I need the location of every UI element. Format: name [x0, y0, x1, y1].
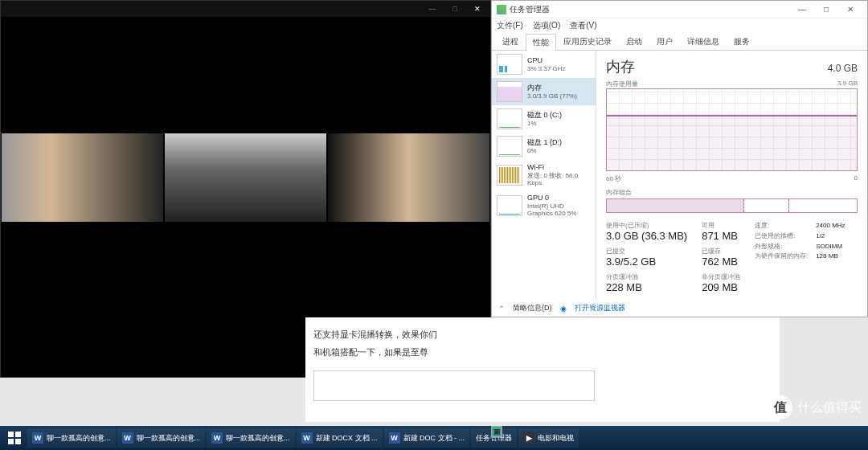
chart-max-label: 3.9 GB: [837, 80, 858, 88]
tm-icon: ▣: [491, 428, 502, 437]
tm-titlebar: 任务管理器 — □ ✕: [492, 1, 867, 18]
word-icon: W: [122, 432, 133, 444]
stat-label: 已使用的插槽:: [755, 231, 809, 242]
svg-rect-2: [8, 439, 14, 444]
video-frame: [328, 133, 489, 222]
stat-value: 3.0 GB (36.3 MB): [606, 230, 687, 242]
svg-rect-1: [15, 432, 21, 437]
doc-text-line: 和机箱搭配一下，如果是至尊: [313, 343, 595, 361]
stat-label: 可用: [702, 221, 740, 230]
stat-label: 已缓存: [702, 247, 740, 256]
tm-sidebar: CPU3% 3.37 GHz内存3.0/3.9 GB (77%)磁盘 0 (C:…: [492, 51, 596, 300]
task-label: 聊一款孤高的创意...: [226, 433, 290, 444]
video-content[interactable]: [1, 133, 490, 222]
menu-options[interactable]: 选项(O): [533, 20, 560, 31]
video-frame: [165, 133, 326, 222]
tm-close-button[interactable]: ✕: [838, 2, 862, 17]
svg-rect-0: [8, 432, 14, 437]
sidebar-item-disk[interactable]: 磁盘 0 (C:)1%: [492, 105, 596, 133]
taskbar-task[interactable]: ▶电影和电视: [518, 428, 579, 448]
task-label: 新建 DOCX 文档 ...: [316, 433, 378, 444]
taskbar-task[interactable]: ▣任务管理器: [471, 428, 517, 448]
collapse-icon[interactable]: ⌃: [498, 305, 505, 313]
memory-compo-label: 内存组合: [606, 188, 858, 197]
taskbar-task[interactable]: W新建 DOCX 文档 ...: [297, 428, 383, 448]
memory-usage-chart[interactable]: [606, 88, 858, 171]
mem-spark-icon: [497, 81, 522, 102]
gpu-spark-icon: [497, 195, 522, 216]
tab-details[interactable]: 详细信息: [680, 33, 727, 50]
stat-label: 分页缓冲池: [606, 272, 687, 281]
stat-label: 已提交: [606, 247, 687, 256]
tab-services[interactable]: 服务: [727, 33, 757, 50]
sidebar-item-value: Intel(R) UHD Graphics 620 5%: [527, 202, 591, 218]
stat-label: 使用中(已压缩): [606, 221, 687, 230]
stat-label: 非分页缓冲池: [702, 272, 740, 281]
stat-value: 871 MB: [702, 230, 740, 242]
tab-processes[interactable]: 进程: [495, 33, 526, 50]
watermark: 值 什么值得买: [768, 395, 862, 419]
doc-placeholder-box: [313, 370, 595, 401]
video-minimize-button[interactable]: —: [421, 2, 444, 16]
brief-info-link[interactable]: 简略信息(D): [513, 303, 552, 313]
sidebar-item-mem[interactable]: 内存3.0/3.9 GB (77%): [492, 78, 596, 105]
video-close-button[interactable]: ✕: [466, 2, 489, 16]
stat-value: 228 MB: [606, 281, 687, 293]
watermark-text: 什么值得买: [797, 399, 862, 416]
taskbar-task[interactable]: W聊一款孤高的创意...: [117, 428, 206, 448]
taskbar-task[interactable]: W新建 DOC 文档 - ...: [384, 428, 470, 448]
svg-rect-3: [15, 439, 21, 444]
stat-label: 为硬件保留的内存:: [755, 252, 809, 262]
tm-minimize-button[interactable]: —: [790, 2, 814, 17]
taskbar: W聊一款孤高的创意...W聊一款孤高的创意...W聊一款孤高的创意...W新建 …: [0, 426, 868, 450]
tab-performance[interactable]: 性能: [526, 34, 556, 51]
tm-menubar: 文件(F) 选项(O) 查看(V): [492, 18, 867, 33]
sidebar-item-value: 3.0/3.9 GB (77%): [527, 92, 577, 100]
menu-view[interactable]: 查看(V): [570, 20, 596, 31]
chart-xaxis-left: 60 秒: [606, 174, 621, 183]
vid-icon: ▶: [523, 432, 534, 444]
sidebar-item-value: 0%: [527, 147, 562, 155]
video-frame: [2, 133, 163, 222]
task-label: 聊一款孤高的创意...: [137, 433, 201, 444]
disk-spark-icon: [497, 136, 522, 157]
tm-maximize-button[interactable]: □: [814, 2, 838, 17]
watermark-icon: 值: [768, 395, 792, 419]
memory-title: 内存: [606, 57, 635, 76]
memory-stats: 使用中(已压缩)3.0 GB (36.3 MB)已提交3.9/5.2 GB分页缓…: [606, 221, 858, 293]
start-button[interactable]: [3, 428, 26, 448]
stat-value: 128 MB: [816, 252, 838, 262]
sidebar-item-name: CPU: [527, 56, 566, 65]
video-maximize-button[interactable]: □: [444, 2, 466, 16]
sidebar-item-wifi[interactable]: Wi-Fi发送: 0 接收: 56.0 Kbps: [492, 160, 596, 190]
disk-spark-icon: [497, 108, 522, 129]
tm-footer: ⌃ 简略信息(D) ◉ 打开资源监视器: [498, 303, 625, 313]
task-label: 新建 DOC 文档 - ...: [403, 433, 465, 444]
menu-file[interactable]: 文件(F): [497, 20, 523, 31]
stat-value: 3.9/5.2 GB: [606, 256, 687, 268]
tab-app-history[interactable]: 应用历史记录: [556, 33, 619, 50]
taskbar-task[interactable]: W聊一款孤高的创意...: [27, 428, 116, 448]
memory-total: 4.0 GB: [828, 63, 858, 74]
taskbar-task[interactable]: W聊一款孤高的创意...: [207, 428, 295, 448]
tm-tabs: 进程 性能 应用历史记录 启动 用户 详细信息 服务: [492, 33, 867, 51]
task-manager-icon: [497, 5, 506, 14]
tm-title: 任务管理器: [510, 4, 790, 15]
tab-users[interactable]: 用户: [649, 33, 680, 50]
sidebar-item-gpu[interactable]: GPU 0Intel(R) UHD Graphics 620 5%: [492, 190, 596, 221]
sidebar-item-value: 1%: [527, 120, 562, 128]
task-manager-window: 任务管理器 — □ ✕ 文件(F) 选项(O) 查看(V) 进程 性能 应用历史…: [491, 0, 868, 317]
memory-composition-chart[interactable]: [606, 198, 858, 213]
doc-text-line: 还支持显卡混播转换，效果你们: [313, 325, 595, 343]
document-background: 还支持显卡混播转换，效果你们 和机箱搭配一下，如果是至尊: [305, 317, 780, 422]
resource-monitor-icon: ◉: [560, 305, 567, 313]
video-titlebar: — □ ✕: [1, 1, 490, 17]
sidebar-item-disk[interactable]: 磁盘 1 (D:)0%: [492, 133, 596, 160]
tm-main-panel: 内存 4.0 GB 内存使用量 3.9 GB 60 秒 0 内存组合 使用中(已…: [596, 51, 867, 300]
tab-startup[interactable]: 启动: [619, 33, 649, 50]
resource-monitor-link[interactable]: 打开资源监视器: [575, 303, 625, 313]
stat-value: 209 MB: [702, 281, 740, 293]
wifi-spark-icon: [497, 165, 522, 186]
sidebar-item-cpu[interactable]: CPU3% 3.37 GHz: [492, 51, 596, 78]
stat-label: 速度:: [755, 221, 809, 231]
